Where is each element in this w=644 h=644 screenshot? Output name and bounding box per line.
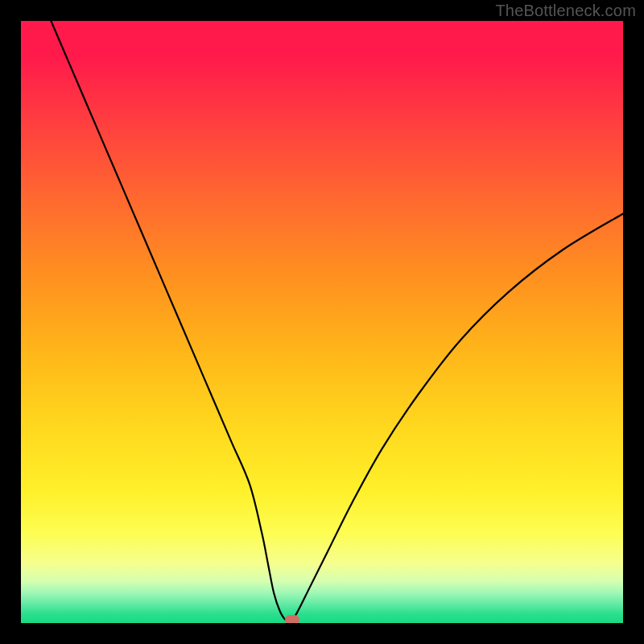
chart-frame: TheBottleneck.com	[0, 0, 644, 644]
plot-area	[21, 21, 623, 623]
curve-svg	[21, 21, 623, 623]
bottleneck-curve-path	[51, 21, 623, 621]
watermark-text: TheBottleneck.com	[495, 2, 636, 20]
minimum-marker	[285, 615, 299, 623]
